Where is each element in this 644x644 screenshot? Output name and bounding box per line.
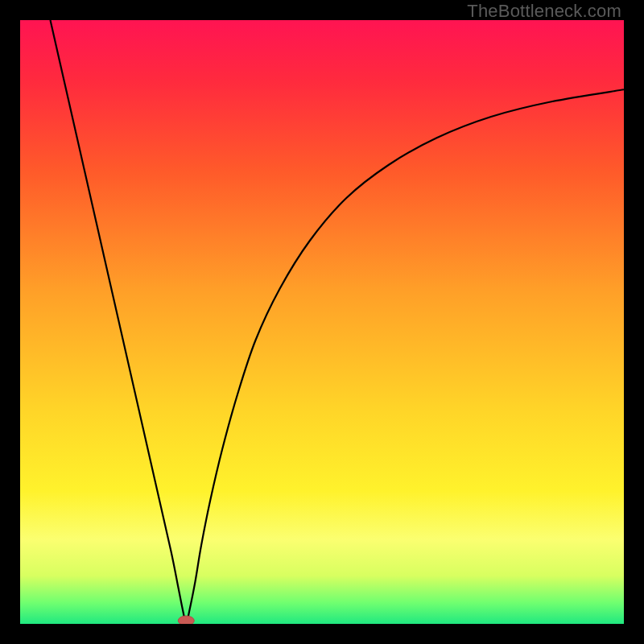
chart-frame <box>20 20 624 624</box>
watermark-label: TheBottleneck.com <box>467 1 621 22</box>
bottleneck-chart <box>20 20 624 624</box>
optimal-point-marker <box>178 616 194 624</box>
heat-gradient-background <box>20 20 624 624</box>
